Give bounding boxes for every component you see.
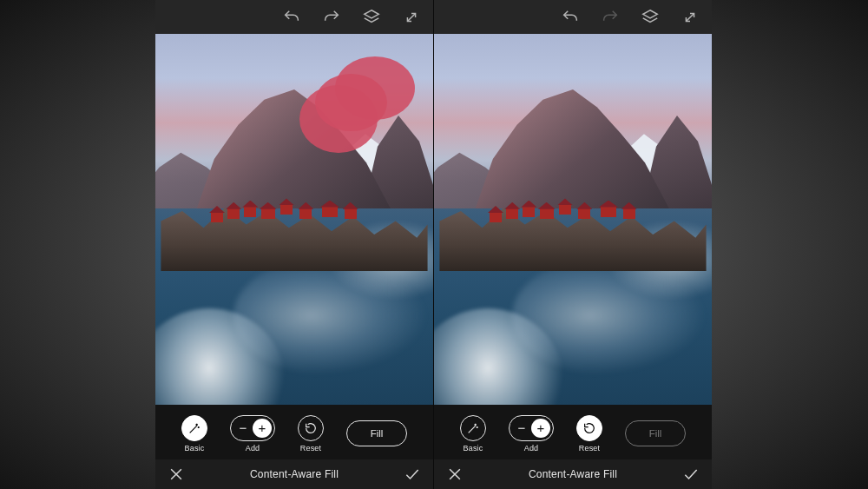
top-toolbar	[155, 0, 433, 34]
title-label: Content-Aware Fill	[529, 468, 617, 480]
expand-icon[interactable]	[681, 8, 700, 27]
tool-basic-label: Basic	[184, 444, 204, 453]
pane-before: Basic −+ Add Reset Fill	[155, 0, 433, 489]
tool-basic-label: Basic	[463, 444, 483, 453]
tool-reset-label: Reset	[300, 444, 322, 453]
close-icon[interactable]	[446, 466, 464, 483]
close-icon[interactable]	[168, 466, 185, 483]
title-label: Content-Aware Fill	[250, 468, 339, 480]
photo-house	[578, 208, 590, 219]
tool-row: Basic −+ Add Reset Fill	[155, 405, 433, 459]
title-bar: Content-Aware Fill	[155, 459, 433, 489]
photo-house	[227, 208, 240, 219]
layers-icon[interactable]	[362, 8, 381, 27]
photo-house	[523, 207, 535, 217]
photo-house	[244, 207, 256, 217]
undo-icon[interactable]	[282, 8, 301, 27]
tool-add-label: Add	[524, 444, 539, 453]
tool-basic[interactable]: Basic	[460, 415, 486, 453]
editor-pair: Basic −+ Add Reset Fill	[155, 0, 712, 489]
photo-house	[506, 208, 518, 219]
redo-icon	[601, 8, 620, 27]
top-toolbar	[434, 0, 712, 34]
tool-basic[interactable]: Basic	[181, 415, 207, 453]
fill-button-label: Fill	[649, 428, 662, 439]
pane-after: Basic −+ Add Reset Fill	[434, 0, 712, 489]
canvas-before[interactable]	[155, 34, 433, 405]
check-icon[interactable]	[404, 466, 421, 483]
plus-minus-icon: −+	[509, 415, 554, 441]
tool-row: Basic −+ Add Reset Fill	[434, 405, 712, 459]
plus-minus-icon: −+	[230, 415, 275, 441]
reset-icon	[576, 415, 602, 441]
app-stage: Basic −+ Add Reset Fill	[0, 0, 868, 489]
photo-house	[322, 207, 338, 217]
photo-house	[540, 208, 554, 219]
fill-button-label: Fill	[371, 428, 384, 439]
svg-marker-1	[643, 10, 658, 17]
photo-house	[559, 204, 571, 215]
redo-icon[interactable]	[322, 8, 341, 27]
tool-reset-label: Reset	[579, 444, 601, 453]
title-bar: Content-Aware Fill	[434, 459, 712, 489]
photo-house	[623, 208, 635, 219]
tool-add[interactable]: −+ Add	[230, 415, 275, 453]
fill-button[interactable]: Fill	[346, 420, 407, 446]
photo-house	[345, 208, 357, 219]
expand-icon[interactable]	[402, 8, 421, 27]
svg-marker-0	[365, 10, 379, 17]
fill-button: Fill	[625, 420, 686, 446]
tool-add[interactable]: −+ Add	[509, 415, 554, 453]
wand-icon	[181, 415, 207, 441]
photo-house	[280, 204, 293, 215]
tool-reset[interactable]: Reset	[576, 415, 602, 453]
reset-icon	[298, 415, 324, 441]
photo-house	[261, 208, 275, 219]
photo-house	[601, 207, 616, 217]
photo-house	[490, 212, 502, 222]
photo-house	[299, 208, 312, 219]
layers-icon[interactable]	[641, 8, 660, 27]
undo-icon[interactable]	[561, 8, 580, 27]
check-icon[interactable]	[682, 466, 700, 483]
wand-icon	[460, 415, 486, 441]
photo-house	[211, 212, 223, 222]
tool-add-label: Add	[246, 444, 260, 453]
canvas-after[interactable]	[434, 34, 712, 405]
tool-reset[interactable]: Reset	[298, 415, 324, 453]
